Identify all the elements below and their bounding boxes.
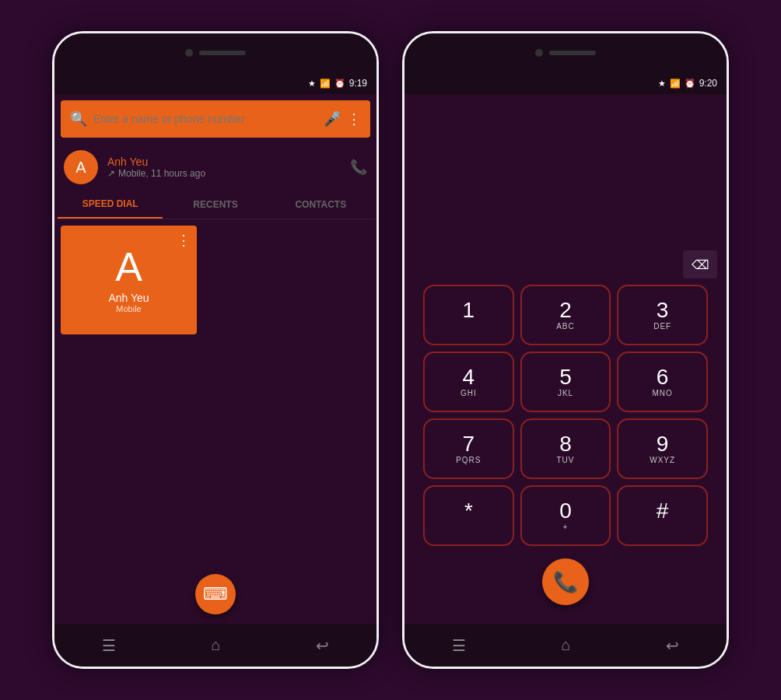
phone-right: ★ 📶 ⏰ 9:20 ⌫ 1 2 ABC <box>402 31 729 669</box>
alarm-icon-left: ⏰ <box>334 79 345 89</box>
dial-key-4[interactable]: 4 GHI <box>423 352 514 412</box>
dialer-content: 🔍 🎤 ⋮ A Anh Yeu ↗ Mobile, 11 hours ago 📞 <box>54 94 376 624</box>
dial-key-7[interactable]: 7 PQRS <box>423 418 514 479</box>
dial-key-9[interactable]: 9 WXYZ <box>617 418 708 479</box>
backspace-button[interactable]: ⌫ <box>683 250 717 278</box>
speaker-left <box>199 51 246 55</box>
dial-key-6[interactable]: 6 MNO <box>617 352 708 412</box>
search-icon: 🔍 <box>70 110 87 128</box>
dial-key-star[interactable]: * <box>423 485 514 546</box>
tab-contacts[interactable]: CONTACTS <box>268 191 373 218</box>
dial-key-8[interactable]: 8 TUV <box>520 418 611 479</box>
speed-dial-name: Anh Yeu <box>108 292 149 304</box>
bottom-bar-left: ☰ ⌂ ↩ <box>54 624 376 667</box>
dialpad-grid: 1 2 ABC 3 DEF 4 GHI 5 JKL <box>411 285 720 546</box>
signal-icon-left: 📶 <box>320 79 331 89</box>
nav-menu-icon-left[interactable]: ☰ <box>102 636 116 655</box>
more-options-icon[interactable]: ⋮ <box>347 110 361 128</box>
voice-search-icon[interactable]: 🎤 <box>324 110 341 128</box>
contact-avatar-left: A <box>64 150 98 184</box>
dial-key-hash[interactable]: # <box>617 485 708 546</box>
screen-left: ★ 📶 ⏰ 9:19 🔍 🎤 ⋮ A Anh Yeu ↗ Mob <box>54 72 376 624</box>
search-input[interactable] <box>93 113 317 125</box>
star-icon-right: ★ <box>658 79 666 89</box>
recent-call-info: Anh Yeu ↗ Mobile, 11 hours ago <box>107 156 341 179</box>
dialpad-fab-icon: ⌨ <box>203 584 228 604</box>
tab-recents[interactable]: RECENTS <box>163 191 268 218</box>
dialpad-fab-container: 📞 <box>411 546 720 618</box>
dialpad-fab-button[interactable]: ⌨ <box>195 574 236 614</box>
speed-dial-letter: A <box>115 247 142 287</box>
status-bar-left: ★ 📶 ⏰ 9:19 <box>54 72 376 94</box>
nav-back-icon-right[interactable]: ↩ <box>666 636 679 655</box>
card-more-icon[interactable]: ⋮ <box>177 232 191 249</box>
star-icon-left: ★ <box>308 79 316 89</box>
search-bar[interactable]: 🔍 🎤 ⋮ <box>61 100 370 138</box>
call-icon-recent[interactable]: 📞 <box>350 159 367 176</box>
nav-menu-icon-right[interactable]: ☰ <box>452 636 466 655</box>
backspace-icon: ⌫ <box>692 257 709 272</box>
speed-dial-card-anh-yeu[interactable]: ⋮ A Anh Yeu Mobile <box>61 226 197 334</box>
dial-key-3[interactable]: 3 DEF <box>617 285 708 345</box>
recent-call-detail: ↗ Mobile, 11 hours ago <box>107 168 341 179</box>
dial-key-2[interactable]: 2 ABC <box>520 285 611 345</box>
status-time-right: 9:20 <box>699 78 717 89</box>
screen-right: ★ 📶 ⏰ 9:20 ⌫ 1 2 ABC <box>405 72 727 624</box>
call-fab-icon: 📞 <box>553 570 578 594</box>
status-bar-right: ★ 📶 ⏰ 9:20 <box>405 72 727 94</box>
bottom-bar-right: ☰ ⌂ ↩ <box>405 624 727 667</box>
recent-call-name: Anh Yeu <box>107 156 341 168</box>
call-fab-button[interactable]: 📞 <box>542 558 589 605</box>
tabs-bar: SPEED DIAL RECENTS CONTACTS <box>54 191 376 219</box>
speed-dial-type: Mobile <box>116 304 141 313</box>
dialpad-display: ⌫ <box>411 100 720 285</box>
dial-key-1[interactable]: 1 <box>423 285 514 345</box>
tab-speed-dial[interactable]: SPEED DIAL <box>58 191 163 219</box>
dialpad-content: ⌫ 1 2 ABC 3 DEF 4 GHI <box>405 94 727 624</box>
signal-icon-right: 📶 <box>670 79 681 89</box>
camera-left <box>185 49 193 57</box>
phone-top-bar-left <box>54 33 376 72</box>
status-time-left: 9:19 <box>349 78 367 89</box>
phone-left: ★ 📶 ⏰ 9:19 🔍 🎤 ⋮ A Anh Yeu ↗ Mob <box>52 31 379 669</box>
speaker-right <box>549 51 596 55</box>
nav-back-icon-left[interactable]: ↩ <box>316 636 329 655</box>
outgoing-arrow: ↗ <box>107 168 115 179</box>
phone-top-bar-right <box>405 33 727 72</box>
dial-key-5[interactable]: 5 JKL <box>520 352 611 412</box>
alarm-icon-right: ⏰ <box>685 79 695 89</box>
camera-right <box>535 49 543 57</box>
nav-home-icon-left[interactable]: ⌂ <box>211 636 220 654</box>
nav-home-icon-right[interactable]: ⌂ <box>561 636 570 654</box>
speed-dial-grid: ⋮ A Anh Yeu Mobile <box>54 219 376 565</box>
dial-key-0[interactable]: 0 + <box>520 485 611 546</box>
recent-call-item[interactable]: A Anh Yeu ↗ Mobile, 11 hours ago 📞 <box>54 144 376 191</box>
fab-container-left: ⌨ <box>54 565 376 624</box>
